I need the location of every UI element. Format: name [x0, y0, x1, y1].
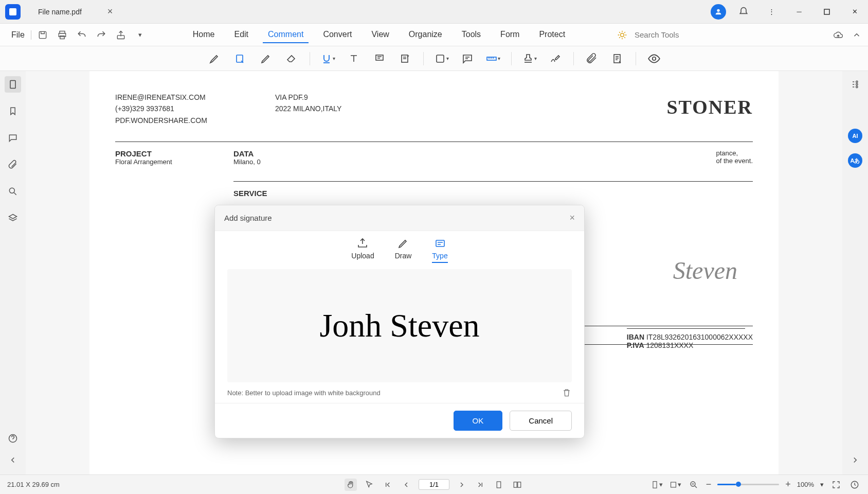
- share-icon[interactable]: [115, 29, 127, 41]
- note-icon[interactable]: [460, 51, 475, 66]
- menu-form[interactable]: Form: [495, 27, 525, 43]
- document-tab[interactable]: File name.pdf ×: [31, 4, 120, 19]
- menu-tools[interactable]: Tools: [457, 27, 486, 43]
- svg-rect-1: [824, 9, 829, 14]
- text-comment-icon[interactable]: [397, 51, 413, 66]
- textbox-icon[interactable]: [346, 51, 361, 66]
- hand-tool-icon[interactable]: [345, 479, 357, 491]
- svg-point-20: [856, 83, 858, 85]
- read-mode-icon[interactable]: [848, 479, 861, 491]
- project-value: Floral Arrangement: [115, 158, 233, 166]
- document-viewport[interactable]: IRENE@IRENEATSIX.COM (+39)329 3937681 PD…: [26, 71, 842, 474]
- comments-panel-icon[interactable]: [5, 130, 21, 146]
- area-highlight-icon[interactable]: [232, 51, 248, 66]
- menu-comment[interactable]: Comment: [263, 27, 309, 43]
- svg-point-21: [856, 86, 858, 87]
- user-avatar-icon[interactable]: [711, 4, 726, 20]
- pencil-icon[interactable]: [258, 51, 274, 66]
- svg-point-7: [621, 33, 624, 37]
- eye-icon[interactable]: [646, 51, 662, 66]
- page-number-input[interactable]: [419, 479, 449, 490]
- bookmarks-icon[interactable]: [5, 103, 21, 119]
- placed-signature: Steven: [673, 256, 737, 285]
- project-label: PROJECT: [115, 149, 233, 158]
- svg-rect-24: [518, 482, 521, 487]
- eraser-icon[interactable]: [284, 51, 299, 66]
- layers-icon[interactable]: [5, 210, 21, 226]
- tab-upload[interactable]: Upload: [351, 237, 374, 263]
- file-menu[interactable]: File: [5, 30, 31, 40]
- left-sidebar: [0, 71, 26, 474]
- zoom-minus[interactable]: −: [706, 479, 712, 490]
- close-tab-icon[interactable]: ×: [107, 6, 113, 17]
- search-tools-input[interactable]: [635, 30, 727, 39]
- collapse-left-icon[interactable]: [5, 452, 21, 468]
- last-page-icon[interactable]: [474, 479, 486, 491]
- signature-preview[interactable]: Jonh Steven: [227, 269, 572, 382]
- ai-badge-icon[interactable]: AI: [848, 129, 862, 143]
- text-callout-icon[interactable]: [372, 51, 387, 66]
- dropdown-icon[interactable]: ▾: [134, 29, 147, 41]
- dialog-close-icon[interactable]: ×: [569, 213, 575, 223]
- menu-protect[interactable]: Protect: [534, 27, 570, 43]
- cancel-button[interactable]: Cancel: [510, 411, 572, 431]
- collapse-icon[interactable]: [851, 29, 863, 41]
- cloud-icon[interactable]: [832, 29, 844, 41]
- menu-edit[interactable]: Edit: [229, 27, 254, 43]
- tab-draw[interactable]: Draw: [395, 237, 412, 263]
- help-icon[interactable]: [5, 430, 21, 447]
- zoom-slider[interactable]: [717, 484, 779, 485]
- document-filename: File name.pdf: [38, 8, 82, 16]
- svg-rect-12: [487, 57, 496, 60]
- fullscreen-icon[interactable]: [830, 479, 842, 491]
- page-dimensions: 21.01 X 29.69 cm: [7, 481, 60, 488]
- tab-type[interactable]: Type: [432, 237, 447, 263]
- two-page-icon[interactable]: [511, 479, 523, 491]
- print-icon[interactable]: [56, 29, 68, 41]
- scroll-mode-icon[interactable]: ▾: [650, 479, 663, 491]
- comment-toolbar: ▾ ▾ ▾ ▾: [0, 46, 868, 71]
- delete-signature-icon[interactable]: [562, 387, 572, 398]
- menu-organize[interactable]: Organize: [404, 27, 447, 43]
- idea-icon[interactable]: [616, 29, 628, 41]
- search-panel-icon[interactable]: [5, 183, 21, 200]
- file-note-icon[interactable]: [610, 51, 625, 66]
- collapse-right-icon[interactable]: [847, 452, 863, 468]
- window-maximize-icon[interactable]: [817, 4, 837, 20]
- signature-icon[interactable]: [548, 51, 563, 66]
- prev-page-icon[interactable]: [400, 479, 412, 491]
- title-bar: File name.pdf × ⋮ ─ ✕: [0, 0, 868, 24]
- fit-mode-icon[interactable]: ▾: [669, 479, 681, 491]
- tab-upload-label: Upload: [351, 252, 374, 260]
- window-close-icon[interactable]: ✕: [844, 4, 865, 20]
- ok-button[interactable]: OK: [454, 411, 503, 431]
- zoom-plus[interactable]: +: [785, 479, 791, 490]
- notifications-icon[interactable]: [733, 4, 754, 20]
- shape-icon[interactable]: ▾: [434, 51, 449, 66]
- menu-view[interactable]: View: [366, 27, 394, 43]
- more-menu-icon[interactable]: ⋮: [761, 4, 782, 20]
- next-page-icon[interactable]: [456, 479, 468, 491]
- redo-icon[interactable]: [95, 29, 107, 41]
- save-icon[interactable]: [37, 29, 49, 41]
- undo-icon[interactable]: [76, 29, 88, 41]
- properties-icon[interactable]: [847, 76, 863, 93]
- zoom-out-icon[interactable]: [688, 479, 700, 491]
- underline-icon[interactable]: ▾: [320, 51, 336, 66]
- translate-badge-icon[interactable]: Aあ: [848, 153, 862, 168]
- menu-convert[interactable]: Convert: [318, 27, 357, 43]
- thumbnails-icon[interactable]: [5, 76, 21, 93]
- right-sidebar: AI Aあ: [842, 71, 868, 474]
- attachment-icon[interactable]: [584, 51, 600, 66]
- single-page-icon[interactable]: [493, 479, 505, 491]
- select-tool-icon[interactable]: [363, 479, 375, 491]
- menu-home[interactable]: Home: [188, 27, 220, 43]
- measure-icon[interactable]: ▾: [485, 51, 501, 66]
- contact-website: PDF.WONDERSHARE.COM: [115, 115, 207, 126]
- window-minimize-icon[interactable]: ─: [789, 4, 809, 20]
- first-page-icon[interactable]: [382, 479, 394, 491]
- stamp-icon[interactable]: ▾: [522, 51, 537, 66]
- svg-point-16: [9, 188, 14, 193]
- attachments-panel-icon[interactable]: [5, 156, 21, 173]
- highlight-icon[interactable]: [207, 51, 222, 66]
